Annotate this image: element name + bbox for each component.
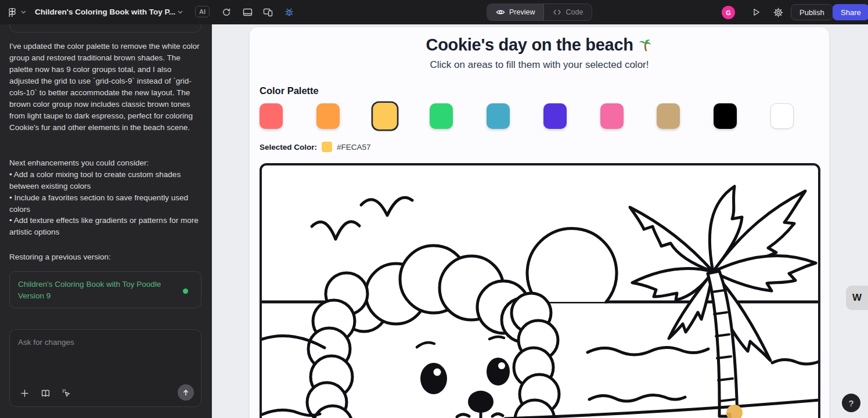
publish-button[interactable]: Publish (791, 4, 833, 20)
file-title[interactable]: Children's Coloring Book with Toy P... (35, 8, 175, 16)
coloring-drawing-canvas[interactable] (260, 163, 820, 418)
preview-canvas-area: Cookie's day on the beach Click on areas… (212, 24, 868, 418)
sun-shape[interactable] (527, 229, 617, 302)
chat-input[interactable] (18, 338, 192, 347)
top-toolbar: Children's Coloring Book with Toy P... A… (0, 0, 868, 24)
code-label: Code (566, 8, 583, 16)
palette-swatch[interactable] (657, 103, 680, 129)
palette-swatch[interactable] (543, 103, 567, 129)
share-button[interactable]: Share (833, 4, 868, 20)
color-palette (260, 103, 794, 129)
tab-code[interactable]: Code (544, 4, 592, 20)
coloring-scene (260, 163, 820, 418)
enhancements-intro: Next enhancements you could consider: (9, 157, 202, 169)
title-chevron-icon[interactable] (178, 10, 183, 14)
ai-badge: AI (195, 6, 210, 17)
w-badge[interactable]: W (846, 286, 868, 310)
bug-icon[interactable] (281, 4, 297, 20)
workspace-chevron-icon[interactable] (21, 10, 26, 14)
preview-label: Preview (509, 8, 535, 16)
bird-icon[interactable] (361, 197, 412, 215)
enhancement-item: • Add texture effects like gradients or … (9, 215, 202, 238)
devices-icon[interactable] (260, 4, 276, 20)
select-element-icon[interactable] (60, 387, 73, 399)
help-button[interactable]: ? (842, 394, 860, 412)
avatar[interactable]: G (722, 6, 735, 19)
assistant-message: I've updated the color palette to remove… (9, 41, 202, 134)
page-title: Cookie's day on the beach (250, 35, 829, 55)
version-card-title: Children's Coloring Book with Toy Poodle (18, 279, 181, 290)
palm-tree-emoji (638, 37, 653, 52)
bird-icon[interactable] (312, 222, 359, 239)
gear-icon[interactable] (770, 4, 786, 20)
play-icon[interactable] (748, 4, 764, 20)
coloring-app-card: Cookie's day on the beach Click on areas… (250, 27, 829, 418)
version-status-dot (183, 289, 188, 294)
palette-swatch[interactable] (770, 103, 794, 129)
selected-color-label: Selected Color: (260, 143, 317, 152)
page-subtitle: Click on areas to fill them with your se… (250, 59, 829, 71)
restoring-label: Restoring a previous version: (9, 251, 202, 263)
palette-heading: Color Palette (260, 85, 319, 96)
version-card-subtitle: Version 9 (18, 291, 181, 300)
send-button[interactable] (178, 384, 194, 401)
tab-preview[interactable]: Preview (487, 4, 544, 20)
palette-swatch[interactable] (373, 103, 397, 129)
view-mode-toggle: Preview Code (487, 3, 592, 21)
palette-swatch[interactable] (260, 103, 283, 129)
palette-swatch[interactable] (714, 103, 737, 129)
palette-swatch[interactable] (600, 103, 624, 129)
enhancement-item: • Include a favorites section to save fr… (9, 192, 202, 215)
chat-input-card (9, 329, 201, 407)
selected-color-value: #FECA57 (337, 143, 371, 152)
version-card[interactable]: Children's Coloring Book with Toy Poodle… (9, 271, 201, 308)
chat-sidebar: I've updated the color palette to remove… (0, 24, 212, 418)
add-attachment-icon[interactable] (18, 387, 31, 399)
figma-logo-icon[interactable] (8, 8, 17, 17)
selected-color-row: Selected Color: #FECA57 (260, 142, 371, 152)
previous-message-card (9, 24, 201, 33)
palette-swatch[interactable] (487, 103, 510, 129)
enhancement-item: • Add a color mixing tool to create cust… (9, 169, 202, 192)
palette-swatch[interactable] (430, 103, 453, 129)
refresh-icon[interactable] (218, 4, 235, 20)
panel-bottom-icon[interactable] (239, 4, 255, 20)
palette-swatch[interactable] (316, 103, 340, 129)
selected-color-chip (322, 142, 332, 152)
guidelines-book-icon[interactable] (39, 387, 52, 399)
